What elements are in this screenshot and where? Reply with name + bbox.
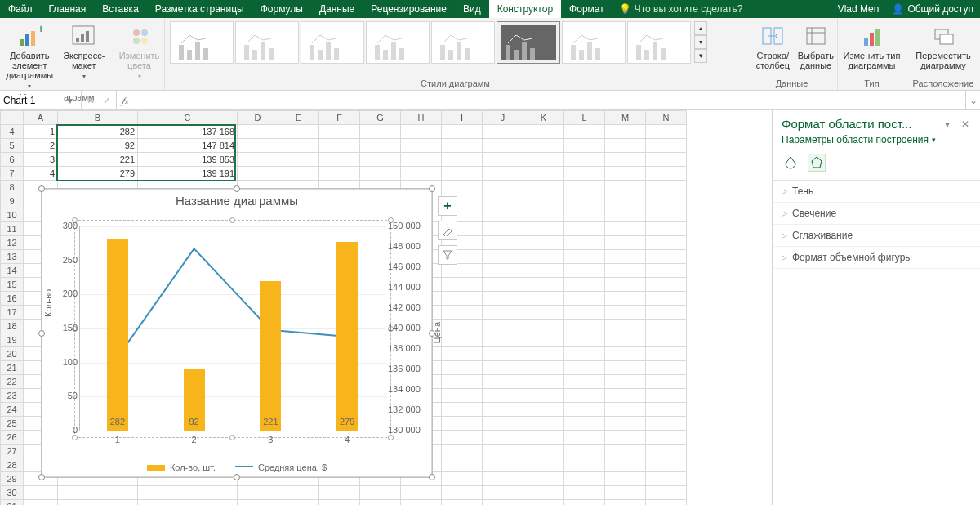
fx-label[interactable]: 𝑓ₓ — [117, 91, 133, 109]
row-header[interactable]: 27 — [1, 445, 24, 458]
cell[interactable] — [523, 125, 564, 139]
row-header[interactable]: 30 — [1, 486, 24, 500]
cell[interactable] — [646, 320, 687, 333]
tab-page-layout[interactable]: Разметка страницы — [147, 0, 252, 18]
cell[interactable] — [564, 292, 605, 306]
cell[interactable] — [646, 500, 687, 506]
chart-elements-button[interactable]: + — [438, 196, 457, 216]
cell[interactable] — [442, 264, 483, 278]
cell[interactable] — [523, 417, 564, 431]
cell[interactable] — [483, 278, 523, 292]
row-header[interactable]: 5 — [1, 139, 24, 153]
cell[interactable] — [605, 139, 646, 153]
select-data-button[interactable]: Выбрать данные — [798, 20, 834, 70]
formula-bar-expand[interactable]: ⌄ — [965, 91, 980, 109]
cell[interactable] — [442, 320, 483, 333]
tab-file[interactable]: Файл — [0, 0, 41, 18]
cell[interactable] — [605, 431, 646, 445]
cell[interactable] — [58, 500, 138, 506]
style-thumb[interactable] — [497, 21, 560, 64]
cell[interactable] — [483, 264, 523, 278]
col-header[interactable]: C — [138, 111, 238, 125]
cell[interactable] — [360, 500, 401, 506]
resize-handle[interactable] — [234, 185, 240, 192]
col-header[interactable]: A — [24, 111, 58, 125]
cell[interactable] — [646, 333, 687, 347]
cell[interactable] — [605, 375, 646, 389]
tab-insert[interactable]: Вставка — [94, 0, 147, 18]
section-soft-edges[interactable]: ▷Сглаживание — [773, 225, 980, 247]
cell[interactable] — [442, 417, 483, 431]
cell[interactable] — [564, 347, 605, 361]
cell[interactable] — [483, 153, 523, 167]
cell[interactable] — [646, 292, 687, 306]
resize-handle[interactable] — [429, 474, 435, 480]
cell[interactable] — [605, 250, 646, 264]
cell[interactable] — [564, 389, 605, 403]
row-header[interactable]: 6 — [1, 153, 24, 167]
cell[interactable] — [442, 139, 483, 153]
chart-filters-button[interactable] — [438, 245, 457, 265]
col-header[interactable]: I — [442, 111, 483, 125]
row-header[interactable]: 23 — [1, 389, 24, 403]
y2-axis-title[interactable]: Цена — [432, 322, 442, 343]
section-shadow[interactable]: ▷Тень — [773, 181, 980, 203]
cell[interactable]: 92 — [58, 139, 138, 153]
cell[interactable] — [442, 445, 483, 458]
style-thumb[interactable] — [562, 21, 626, 64]
cell[interactable] — [58, 486, 138, 500]
col-header[interactable]: N — [646, 111, 687, 125]
cell[interactable] — [523, 236, 564, 250]
row-header[interactable]: 19 — [1, 333, 24, 347]
cell[interactable] — [278, 486, 319, 500]
cell[interactable] — [605, 222, 646, 236]
style-thumb[interactable] — [627, 21, 691, 64]
cell[interactable] — [523, 139, 564, 153]
cell[interactable] — [483, 194, 523, 208]
row-header[interactable]: 7 — [1, 167, 24, 181]
cell[interactable] — [401, 139, 442, 153]
cell[interactable] — [523, 250, 564, 264]
cell[interactable] — [605, 472, 646, 486]
quick-layout-button[interactable]: Экспресс- макет ▾ — [58, 20, 111, 82]
cell[interactable] — [319, 167, 360, 181]
cell[interactable] — [605, 389, 646, 403]
cell[interactable] — [278, 167, 319, 181]
row-header[interactable]: 14 — [1, 264, 24, 278]
cell[interactable] — [646, 389, 687, 403]
cell[interactable] — [646, 375, 687, 389]
cell[interactable] — [605, 403, 646, 417]
col-header[interactable]: L — [564, 111, 605, 125]
cell[interactable] — [605, 486, 646, 500]
effects-tab[interactable] — [808, 154, 826, 172]
chart-styles-button[interactable] — [438, 221, 457, 240]
cell[interactable] — [442, 361, 483, 375]
cell[interactable] — [564, 486, 605, 500]
cell[interactable] — [605, 320, 646, 333]
cell[interactable] — [319, 139, 360, 153]
row-header[interactable]: 26 — [1, 431, 24, 445]
cell[interactable] — [523, 445, 564, 458]
cell[interactable] — [646, 264, 687, 278]
row-header[interactable]: 13 — [1, 250, 24, 264]
cell[interactable] — [483, 431, 523, 445]
cell[interactable] — [278, 153, 319, 167]
worksheet[interactable]: ABCDEFGHIJKLMN41282137 1685292147 814632… — [0, 110, 773, 505]
cell[interactable] — [523, 333, 564, 347]
cell[interactable]: 279 — [58, 167, 138, 181]
cell[interactable] — [360, 125, 401, 139]
row-header[interactable]: 21 — [1, 361, 24, 375]
style-thumb[interactable] — [431, 21, 495, 64]
cell[interactable] — [523, 194, 564, 208]
cell[interactable] — [605, 333, 646, 347]
cell[interactable] — [442, 333, 483, 347]
resize-handle[interactable] — [234, 474, 240, 480]
cell[interactable] — [483, 403, 523, 417]
cell[interactable] — [564, 500, 605, 506]
bar[interactable] — [336, 242, 358, 432]
cell[interactable] — [442, 486, 483, 500]
cell[interactable] — [564, 167, 605, 181]
cell[interactable] — [564, 264, 605, 278]
cell[interactable] — [564, 153, 605, 167]
cell[interactable] — [523, 486, 564, 500]
